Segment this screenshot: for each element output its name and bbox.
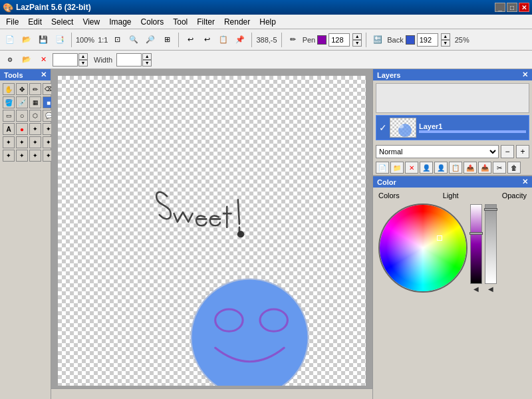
smiley-face bbox=[191, 279, 308, 386]
value-up[interactable]: ▲ bbox=[78, 53, 88, 60]
menu-item-edit[interactable]: Edit bbox=[23, 16, 47, 28]
pen-color-swatch[interactable] bbox=[317, 35, 327, 45]
tool-bucket[interactable]: 🪣 bbox=[3, 96, 15, 108]
layer-copy-btn[interactable]: 📋 bbox=[449, 162, 462, 174]
tool-r7[interactable]: ✦ bbox=[29, 150, 41, 162]
layer-user1-btn[interactable]: 👤 bbox=[420, 162, 433, 174]
delete-btn[interactable]: ✕ bbox=[36, 53, 51, 67]
canvas-area[interactable] bbox=[51, 69, 372, 399]
tool-r6[interactable]: ✦ bbox=[16, 150, 28, 162]
layer-toolbar: 📄 📁 ✕ 👤 👤 📋 📤 📥 ✂ 🗑 bbox=[373, 160, 532, 176]
copy-btn[interactable]: 📋 bbox=[216, 33, 231, 47]
back-size-spinner[interactable]: ▲ ▼ bbox=[441, 33, 450, 47]
tool-pen[interactable]: ✏ bbox=[29, 83, 41, 95]
layer-item[interactable]: ✓ Layer1 bbox=[376, 115, 529, 140]
menu-item-tool[interactable]: Tool bbox=[168, 16, 192, 28]
tool-polygon[interactable]: ⬡ bbox=[29, 110, 41, 122]
back-size-up[interactable]: ▲ bbox=[441, 33, 450, 40]
layer-mode-select[interactable]: Normal bbox=[376, 145, 499, 158]
value-down[interactable]: ▼ bbox=[78, 60, 88, 66]
pen-size-down[interactable]: ▼ bbox=[352, 40, 362, 47]
opacity-slider[interactable] bbox=[485, 204, 497, 284]
color-close-btn[interactable]: ✕ bbox=[522, 178, 528, 186]
tool-r2[interactable]: ✦ bbox=[16, 136, 28, 148]
color-wheel-outer[interactable] bbox=[378, 203, 467, 293]
open-btn[interactable]: 📂 bbox=[19, 33, 34, 47]
light-arrow[interactable]: ◀ bbox=[473, 285, 479, 293]
menu-item-help[interactable]: Help bbox=[255, 16, 281, 28]
back-icon[interactable]: 🔙 bbox=[370, 33, 385, 47]
tool-hand[interactable]: ✋ bbox=[3, 83, 15, 95]
zoom-in-btn[interactable]: 🔍 bbox=[126, 33, 141, 47]
menu-item-select[interactable]: Select bbox=[47, 16, 78, 28]
layers-close-btn[interactable]: ✕ bbox=[522, 70, 528, 79]
value-input[interactable]: 255 bbox=[53, 53, 78, 66]
tool-gradient[interactable]: ▦ bbox=[29, 96, 41, 108]
light-slider-wrap: ◀ bbox=[470, 204, 482, 293]
width-down[interactable]: ▼ bbox=[142, 60, 152, 66]
opacity-arrow[interactable]: ◀ bbox=[488, 285, 493, 293]
tool-options-btn[interactable]: ⚙ bbox=[3, 53, 17, 67]
tool-rect[interactable]: ▭ bbox=[3, 110, 15, 122]
titlebar-controls[interactable]: _ □ ✕ bbox=[495, 3, 529, 12]
pen-tool-btn[interactable]: ✏ bbox=[286, 33, 301, 47]
open-file-btn2[interactable]: 📂 bbox=[19, 53, 34, 67]
layer-export-btn[interactable]: 📤 bbox=[464, 162, 477, 174]
color-panel: Color ✕ Colors Light Opacity bbox=[373, 176, 532, 399]
menu-item-file[interactable]: File bbox=[1, 16, 23, 28]
layer-cut-btn[interactable]: ✂ bbox=[493, 162, 506, 174]
menu-item-colors[interactable]: Colors bbox=[136, 16, 169, 28]
tool-move[interactable]: ✥ bbox=[16, 83, 28, 95]
light-slider[interactable] bbox=[470, 204, 482, 284]
tool-text[interactable]: A bbox=[3, 123, 15, 135]
undo-btn[interactable]: ↩ bbox=[183, 33, 198, 47]
color-wheel[interactable] bbox=[380, 205, 466, 291]
width-up[interactable]: ▲ bbox=[142, 53, 152, 60]
back-size-down[interactable]: ▼ bbox=[441, 40, 450, 47]
layer-user2-btn[interactable]: 👤 bbox=[434, 162, 448, 174]
back-color-swatch[interactable] bbox=[406, 35, 415, 45]
close-button[interactable]: ✕ bbox=[519, 3, 529, 12]
tool-ellipse[interactable]: ○ bbox=[16, 110, 28, 122]
saveas-btn[interactable]: 📑 bbox=[53, 33, 67, 47]
zoom-out-btn[interactable]: 🔎 bbox=[143, 33, 158, 47]
menu-item-image[interactable]: Image bbox=[104, 16, 136, 28]
layer-zoom-out-btn[interactable]: − bbox=[501, 145, 514, 158]
layer-open-btn[interactable]: 📁 bbox=[390, 162, 404, 174]
back-size-input[interactable] bbox=[417, 33, 438, 47]
tools-close-btn[interactable]: ✕ bbox=[41, 70, 47, 79]
tool-r3[interactable]: ✦ bbox=[29, 136, 41, 148]
tool-red[interactable]: ● bbox=[16, 123, 28, 135]
layer-new-btn[interactable]: 📄 bbox=[376, 162, 389, 174]
pen-size-spinner[interactable]: ▲ ▼ bbox=[352, 33, 362, 47]
minimize-button[interactable]: _ bbox=[495, 3, 505, 12]
pen-size-up[interactable]: ▲ bbox=[352, 33, 362, 40]
layer-visibility-check[interactable]: ✓ bbox=[379, 122, 387, 133]
width-input[interactable]: 50 bbox=[116, 53, 142, 66]
horizontal-scrollbar[interactable] bbox=[51, 388, 372, 399]
opacity-slider-handle[interactable] bbox=[484, 208, 497, 211]
menu-item-view[interactable]: View bbox=[78, 16, 104, 28]
paste-btn[interactable]: 📌 bbox=[233, 33, 247, 47]
zoom-reset-btn[interactable]: ⊞ bbox=[160, 33, 174, 47]
layer-thumbnail bbox=[390, 118, 416, 138]
light-slider-handle[interactable] bbox=[469, 232, 483, 235]
new-file-btn[interactable]: 📄 bbox=[3, 33, 17, 47]
maximize-button[interactable]: □ bbox=[507, 3, 517, 12]
layer-trash-btn[interactable]: 🗑 bbox=[507, 162, 521, 174]
zoom-fit-btn[interactable]: ⊡ bbox=[110, 33, 124, 47]
menu-item-filter[interactable]: Filter bbox=[192, 16, 219, 28]
layer-import-btn[interactable]: 📥 bbox=[478, 162, 491, 174]
tool-star1[interactable]: ✦ bbox=[29, 123, 41, 135]
tool-r5[interactable]: ✦ bbox=[3, 150, 15, 162]
tool-r1[interactable]: ✦ bbox=[3, 136, 15, 148]
tool-eyedropper[interactable]: 💉 bbox=[16, 96, 28, 108]
layer-delete-btn[interactable]: ✕ bbox=[405, 162, 418, 174]
menu-item-render[interactable]: Render bbox=[219, 16, 255, 28]
canvas[interactable] bbox=[58, 76, 366, 386]
save-btn[interactable]: 💾 bbox=[36, 33, 51, 47]
undo2-btn[interactable]: ↩ bbox=[200, 33, 214, 47]
layer-zoom-in-btn[interactable]: + bbox=[516, 145, 529, 158]
pen-size-input[interactable] bbox=[329, 33, 350, 47]
coords-display: 388,-5 bbox=[256, 36, 277, 44]
